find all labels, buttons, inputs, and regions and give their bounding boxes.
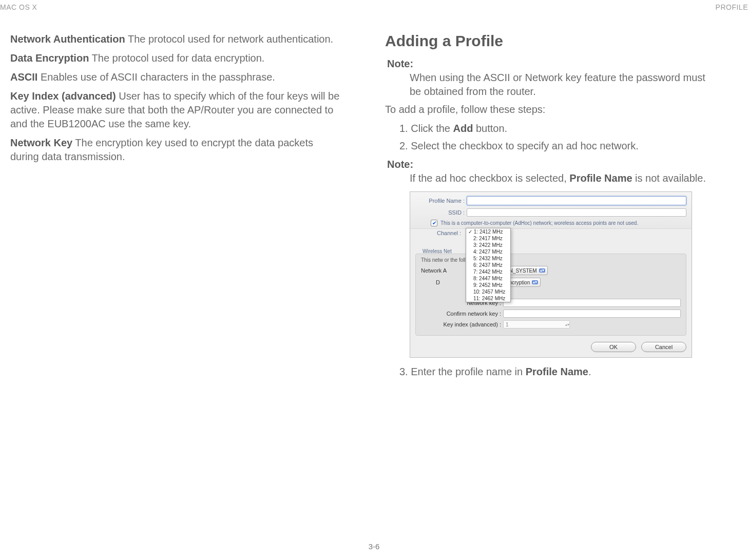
channel-option[interactable]: 3: 2422 MHz (466, 242, 510, 248)
confirm-key-label: Confirm network key : (421, 311, 503, 317)
def-ascii: ASCII Enables use of ASCII characters in… (10, 70, 344, 84)
step-2: 2. Select the checkbox to specify an ad … (399, 138, 719, 153)
note-body-1: When using the ASCII or Network key feat… (410, 71, 719, 99)
key-index-label: Key index (advanced) : (421, 321, 503, 327)
adhoc-text: This is a computer-to-computer (AdHoc) n… (440, 220, 638, 226)
right-column: Adding a Profile Note: When using the AS… (385, 32, 719, 384)
page-number: 3-6 (369, 542, 380, 551)
cancel-button[interactable]: Cancel (641, 342, 686, 352)
network-auth-label: Network A (421, 267, 457, 274)
panel-top-text: This netw or the following : (421, 257, 681, 263)
def-network-auth: Network Authentication The protocol used… (10, 32, 344, 46)
header-right: PROFILE (716, 3, 748, 11)
left-column: Network Authentication The protocol used… (10, 32, 344, 384)
intro-text: To add a profile, follow these steps: (385, 104, 719, 115)
channel-option[interactable]: 10: 2457 MHz (466, 288, 510, 295)
channel-option[interactable]: 5: 2432 MHz (466, 255, 510, 262)
channel-option[interactable]: 7: 2442 MHz (466, 268, 510, 275)
wireless-net-label: Wireless Net (423, 248, 452, 254)
def-data-encryption: Data Encryption The protocol used for da… (10, 51, 344, 65)
steps-list-a: 1. Click the Add button. 2. Select the c… (399, 121, 719, 153)
channel-dropdown[interactable]: 1: 2412 MHz 2: 2417 MHz 3: 2422 MHz 4: 2… (466, 228, 511, 302)
channel-option[interactable]: 2: 2417 MHz (466, 235, 510, 242)
profile-name-input[interactable] (467, 196, 686, 205)
heading-adding-profile: Adding a Profile (385, 32, 719, 50)
steps-list-b: 3. Enter the profile name in Profile Nam… (399, 364, 719, 379)
confirm-key-input[interactable] (503, 310, 681, 318)
channel-option[interactable]: 4: 2427 MHz (466, 248, 510, 255)
profile-name-label: Profile Name : (415, 198, 467, 204)
channel-option[interactable]: 8: 2447 MHz (466, 275, 510, 282)
note-label-1: Note: (387, 58, 719, 70)
note-body-2: If the ad hoc checkbox is selected, Prof… (410, 171, 719, 185)
step-1: 1. Click the Add button. (399, 121, 719, 136)
ok-button[interactable]: OK (591, 342, 636, 352)
header-left: MAC OS X (0, 3, 37, 11)
network-key-input[interactable] (503, 299, 681, 307)
channel-option[interactable]: 9: 2452 MHz (466, 282, 510, 288)
profile-dialog-screenshot: Profile Name : SSID : ✔ This is a comput… (410, 191, 692, 358)
ssid-input[interactable] (467, 208, 686, 217)
channel-option[interactable]: 6: 2437 MHz (466, 262, 510, 268)
channel-option[interactable]: 11: 2462 MHz (466, 295, 510, 302)
ssid-label: SSID : (415, 209, 467, 216)
note-label-2: Note: (387, 159, 719, 170)
def-key-index: Key Index (advanced) User has to specify… (10, 89, 344, 131)
data-encryption-label: D (421, 279, 457, 285)
security-panel: This netw or the following : Network A E… (415, 254, 686, 336)
channel-label: Channel : (437, 230, 461, 236)
key-index-select[interactable]: 1▴▾ (503, 320, 570, 329)
step-3: 3. Enter the profile name in Profile Nam… (399, 364, 719, 379)
channel-option[interactable]: 1: 2412 MHz (466, 228, 510, 235)
adhoc-checkbox[interactable]: ✔ (431, 220, 437, 226)
def-network-key: Network Key The encryption key used to e… (10, 136, 344, 164)
